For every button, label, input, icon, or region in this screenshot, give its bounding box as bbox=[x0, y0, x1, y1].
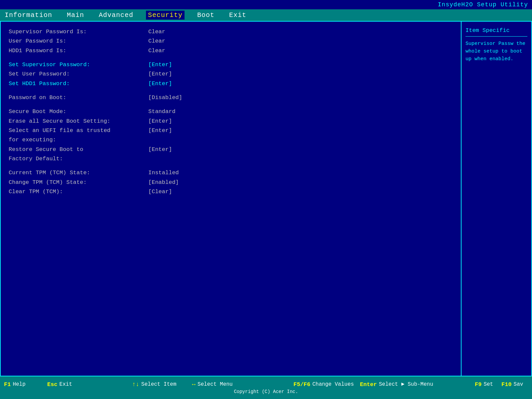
enter-key: Enter bbox=[360, 381, 377, 388]
value-user-password-is: Clear bbox=[148, 37, 165, 46]
spacer-1 bbox=[9, 56, 453, 61]
row-user-password-is: User Password Is: Clear bbox=[9, 37, 453, 46]
label-set-supervisor-password: Set Supervisor Password: bbox=[9, 61, 148, 69]
f10-key: F10 bbox=[501, 381, 512, 388]
label-for-executing: for executing: bbox=[9, 136, 148, 144]
label-hdd1-password-is: HDD1 Password Is: bbox=[9, 47, 148, 55]
menu-item-main[interactable]: Main bbox=[65, 11, 86, 20]
value-uefi-trusted: [Enter] bbox=[148, 126, 172, 135]
f5f6-desc: Change Values bbox=[313, 381, 354, 387]
row-set-user-password[interactable]: Set User Password: [Enter] bbox=[9, 70, 453, 78]
menu-item-information[interactable]: Information bbox=[3, 11, 54, 20]
f1-key: F1 bbox=[4, 381, 11, 388]
value-clear-tpm: [Clear] bbox=[148, 188, 172, 196]
menu-item-advanced[interactable]: Advanced bbox=[97, 11, 135, 20]
help-text: Supervisor Passw the whole setup to boot… bbox=[466, 40, 527, 63]
key-group-f1: F1 Help bbox=[4, 381, 47, 388]
label-factory-default: Factory Default: bbox=[9, 155, 148, 163]
value-set-user-password: [Enter] bbox=[148, 70, 172, 78]
value-current-tpm: Installed bbox=[148, 169, 179, 177]
row-secure-boot-mode[interactable]: Secure Boot Mode: Standard bbox=[9, 107, 453, 116]
menu-item-exit[interactable]: Exit bbox=[227, 11, 248, 20]
label-erase-secure-boot: Erase all Secure Boot Setting: bbox=[9, 117, 148, 126]
row-factory-default: Factory Default: bbox=[9, 155, 453, 163]
menu-item-boot[interactable]: Boot bbox=[195, 11, 216, 20]
title-bar: InsydeH2O Setup Utility bbox=[0, 0, 532, 9]
row-uefi-trusted[interactable]: Select an UEFI file as trusted [Enter] bbox=[9, 126, 453, 135]
label-set-hdd1-password: Set HDD1 Password: bbox=[9, 79, 148, 88]
help-panel: Item Specific Supervisor Passw the whole… bbox=[462, 22, 531, 376]
row-change-tpm[interactable]: Change TPM (TCM) State: [Enabled] bbox=[9, 178, 453, 187]
row-restore-secure-boot[interactable]: Restore Secure Boot to [Enter] bbox=[9, 145, 453, 154]
spacer-3 bbox=[9, 103, 453, 107]
f9-desc: Set bbox=[483, 381, 493, 387]
f10-desc: Sav bbox=[514, 381, 523, 387]
label-secure-boot-mode: Secure Boot Mode: bbox=[9, 107, 148, 116]
label-current-tpm: Current TPM (TCM) State: bbox=[9, 169, 148, 177]
value-secure-boot-mode: Standard bbox=[148, 107, 176, 116]
status-bottom-row1: F1 Help Esc Exit ↑↓ Select Item ↔ Sele bbox=[4, 381, 528, 389]
key-group-f5f6: F5/F6 Change Values bbox=[294, 381, 360, 388]
label-supervisor-password-is: Supervisor Password Is: bbox=[9, 28, 148, 36]
row-hdd1-password-is: HDD1 Password Is: Clear bbox=[9, 47, 453, 55]
value-set-hdd1-password: [Enter] bbox=[148, 79, 172, 88]
key-group-arrows-ud: ↑↓ Select Item bbox=[132, 381, 192, 388]
row-clear-tpm[interactable]: Clear TPM (TCM): [Clear] bbox=[9, 188, 453, 196]
label-clear-tpm: Clear TPM (TCM): bbox=[9, 188, 148, 196]
value-set-supervisor-password: [Enter] bbox=[148, 61, 172, 69]
content-panel: Supervisor Password Is: Clear User Passw… bbox=[1, 22, 462, 376]
row-password-on-boot[interactable]: Password on Boot: [Disabled] bbox=[9, 93, 453, 102]
f1-desc: Help bbox=[13, 381, 25, 387]
status-bar-content: F1 Help Esc Exit ↑↓ Select Item ↔ Sele bbox=[4, 381, 528, 394]
spacer-2 bbox=[9, 89, 453, 93]
key-group-enter: Enter Select ► Sub-Menu bbox=[360, 381, 433, 388]
row-erase-secure-boot[interactable]: Erase all Secure Boot Setting: [Enter] bbox=[9, 117, 453, 126]
key-group-arrows-lr: ↔ Select Menu bbox=[192, 381, 252, 388]
row-current-tpm: Current TPM (TCM) State: Installed bbox=[9, 169, 453, 177]
help-title: Item Specific bbox=[466, 26, 527, 37]
row-set-supervisor-password[interactable]: Set Supervisor Password: [Enter] bbox=[9, 61, 453, 69]
arrow-updown: ↑↓ bbox=[132, 381, 139, 388]
value-restore-secure-boot: [Enter] bbox=[148, 145, 172, 154]
esc-desc: Exit bbox=[60, 381, 72, 387]
select-menu: Select Menu bbox=[198, 381, 233, 387]
enter-desc: Select ► Sub-Menu bbox=[379, 381, 433, 387]
menu-bar: Information Main Advanced Security Boot … bbox=[0, 9, 532, 21]
value-supervisor-password-is: Clear bbox=[148, 28, 165, 36]
value-change-tpm: [Enabled] bbox=[148, 178, 179, 187]
title-text: InsydeH2O Setup Utility bbox=[438, 1, 528, 8]
row-set-hdd1-password[interactable]: Set HDD1 Password: [Enter] bbox=[9, 79, 453, 88]
row-supervisor-password-is: Supervisor Password Is: Clear bbox=[9, 28, 453, 36]
main-area: Supervisor Password Is: Clear User Passw… bbox=[0, 21, 532, 376]
label-password-on-boot: Password on Boot: bbox=[9, 93, 148, 102]
key-group-f10: F10 Sav bbox=[501, 381, 528, 388]
label-restore-secure-boot: Restore Secure Boot to bbox=[9, 145, 148, 154]
value-erase-secure-boot: [Enter] bbox=[148, 117, 172, 126]
label-set-user-password: Set User Password: bbox=[9, 70, 148, 78]
f5f6-key: F5/F6 bbox=[294, 381, 311, 388]
value-hdd1-password-is: Clear bbox=[148, 47, 165, 55]
key-group-f9: F9 Set bbox=[475, 381, 501, 388]
key-group-esc: Esc Exit bbox=[47, 381, 90, 388]
status-bar: F1 Help Esc Exit ↑↓ Select Item ↔ Sele bbox=[0, 376, 532, 399]
label-user-password-is: User Password Is: bbox=[9, 37, 148, 46]
select-item: Select Item bbox=[141, 381, 177, 387]
copyright: Copyright (C) Acer Inc. bbox=[4, 389, 528, 394]
row-for-executing: for executing: bbox=[9, 136, 453, 144]
label-change-tpm: Change TPM (TCM) State: bbox=[9, 178, 148, 187]
menu-item-security[interactable]: Security bbox=[146, 11, 185, 20]
label-uefi-trusted: Select an UEFI file as trusted bbox=[9, 126, 148, 135]
value-password-on-boot: [Disabled] bbox=[148, 93, 182, 102]
f9-key: F9 bbox=[475, 381, 481, 388]
esc-key: Esc bbox=[47, 381, 58, 388]
spacer-4 bbox=[9, 164, 453, 169]
arrow-leftright: ↔ bbox=[192, 381, 196, 388]
